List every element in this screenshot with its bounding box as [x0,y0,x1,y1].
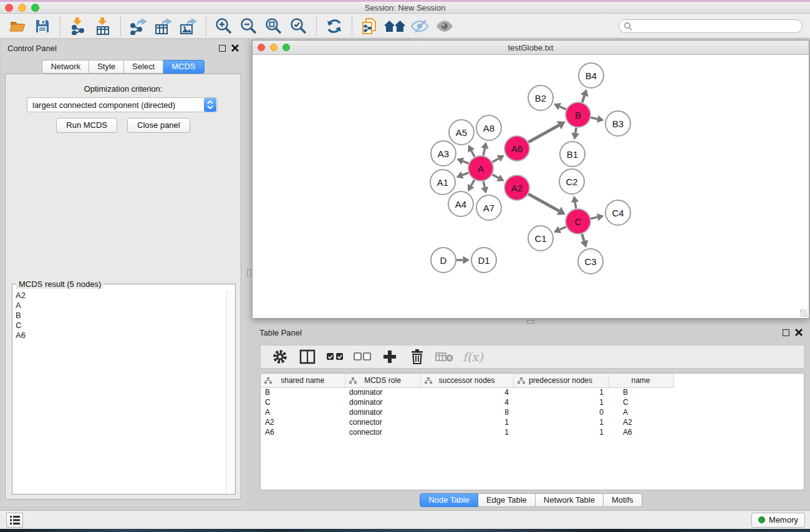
edge-A-A1[interactable] [463,173,469,175]
float-panel-icon[interactable] [219,45,226,52]
import-table-button[interactable] [90,16,115,37]
tab-motifs[interactable]: Motifs [604,493,642,507]
cell-shared-name[interactable]: C [261,397,345,407]
delete-column-button[interactable] [407,347,428,367]
edge-B-B1[interactable] [576,128,576,133]
cell-shared-name[interactable]: A2 [261,417,345,427]
tab-mcds[interactable]: MCDS [163,60,204,74]
edge-A6-B[interactable] [528,125,559,142]
node-D1[interactable]: D1 [471,248,496,273]
cell-successor-nodes[interactable]: 1 [420,417,513,427]
create-column-button[interactable] [379,347,400,367]
tab-edge-table[interactable]: Edge Table [478,493,536,507]
export-network-button[interactable] [126,16,151,37]
zoom-in-button[interactable] [211,16,236,37]
column-header-mcds-role[interactable]: MCDS role [345,374,420,387]
result-item[interactable]: A [16,301,223,311]
cell-shared-name[interactable]: A [261,407,345,417]
node-A4[interactable]: A4 [448,191,473,216]
delete-table-button[interactable] [434,347,455,367]
cell-predecessor-nodes[interactable]: 0 [513,407,608,417]
result-item[interactable]: B [16,311,223,321]
edge-A-A4[interactable] [471,180,474,185]
zoom-fit-button[interactable] [261,16,286,37]
edge-C-C4[interactable] [591,217,598,218]
float-table-panel-icon[interactable] [783,329,789,336]
save-session-button[interactable] [30,16,55,37]
edge-A-A5[interactable] [471,151,475,157]
cell-successor-nodes[interactable]: 4 [420,387,513,397]
cell-successor-nodes[interactable]: 4 [420,397,513,407]
table-row[interactable]: Adominator80A [261,407,673,417]
node-A3[interactable]: A3 [431,141,456,166]
criterion-select[interactable]: largest connected component (directed) [27,97,218,112]
edge-A-A2[interactable] [493,175,499,178]
export-table-button[interactable] [151,16,176,37]
select-all-button[interactable] [324,347,345,367]
result-item[interactable]: A6 [16,331,223,341]
table-options-button[interactable] [269,347,291,367]
node-C4[interactable]: C4 [605,200,630,225]
node-C3[interactable]: C3 [578,249,603,274]
node-C2[interactable]: C2 [559,169,584,194]
cell-name[interactable]: B [608,387,673,397]
import-network-button[interactable] [65,16,90,37]
cell-successor-nodes[interactable]: 1 [420,427,513,437]
edge-A-A3[interactable] [463,161,468,163]
table-row[interactable]: A6connector11A6 [261,427,673,437]
resize-grip-icon[interactable] [800,309,808,317]
node-B2[interactable]: B2 [528,85,553,110]
network-canvas[interactable]: B4B2BB3A8A5A6A3B1AC2A1A2A4A7C4CC1DC3D1 [253,55,809,318]
close-panel-icon[interactable] [231,44,239,52]
show-all-networks-button[interactable] [382,16,407,37]
close-table-panel-icon[interactable] [795,329,803,336]
splitter-handle-horizontal[interactable] [527,320,534,324]
clone-network-button[interactable] [357,16,382,37]
result-item[interactable]: A2 [16,291,223,301]
cell-shared-name[interactable]: B [261,387,345,397]
show-selected-button[interactable] [432,16,457,37]
node-A1[interactable]: A1 [430,170,455,195]
hide-selected-button[interactable] [407,16,432,37]
cell-name[interactable]: A2 [608,417,673,427]
edge-C-C1[interactable] [560,227,566,230]
cell-mcds-role[interactable]: connector [345,427,420,437]
edge-A2-C[interactable] [528,194,559,211]
cell-successor-nodes[interactable]: 8 [420,407,513,417]
table-row[interactable]: Cdominator41C [261,397,673,407]
cell-predecessor-nodes[interactable]: 1 [513,427,608,437]
tab-network-table[interactable]: Network Table [536,493,604,507]
tab-network[interactable]: Network [42,60,89,74]
splitter-handle-vertical[interactable] [247,269,251,277]
edge-C-C3[interactable] [582,234,584,241]
node-B4[interactable]: B4 [579,63,604,88]
edge-B-B4[interactable] [582,95,585,102]
column-header-shared-name[interactable]: shared name [261,374,345,387]
node-A5[interactable]: A5 [449,120,474,145]
edge-A-A6[interactable] [492,158,498,162]
node-B1[interactable]: B1 [560,142,585,167]
column-header-predecessor-nodes[interactable]: predecessor nodes [513,374,608,387]
zoom-selected-button[interactable] [286,16,311,37]
edge-A-A7[interactable] [483,181,485,188]
node-A2[interactable]: A2 [504,175,529,200]
task-history-button[interactable] [6,513,23,528]
cell-mcds-role[interactable]: dominator [345,387,420,397]
cell-predecessor-nodes[interactable]: 1 [513,387,608,397]
cell-predecessor-nodes[interactable]: 1 [513,397,608,407]
node-A[interactable]: A [468,156,493,181]
cell-shared-name[interactable]: A6 [261,427,345,437]
deselect-all-button[interactable] [352,347,373,367]
open-session-button[interactable] [5,16,30,37]
cell-mcds-role[interactable]: dominator [345,397,420,407]
close-panel-button[interactable]: Close panel [127,118,190,133]
cell-name[interactable]: C [608,397,673,407]
node-A8[interactable]: A8 [476,115,501,140]
cell-mcds-role[interactable]: connector [345,417,420,427]
table-row[interactable]: A2connector11A2 [261,417,673,427]
show-columns-button[interactable] [297,347,318,367]
tab-style[interactable]: Style [89,60,124,74]
tab-node-table[interactable]: Node Table [420,493,478,507]
tab-select[interactable]: Select [124,60,163,74]
zoom-out-button[interactable] [236,16,261,37]
